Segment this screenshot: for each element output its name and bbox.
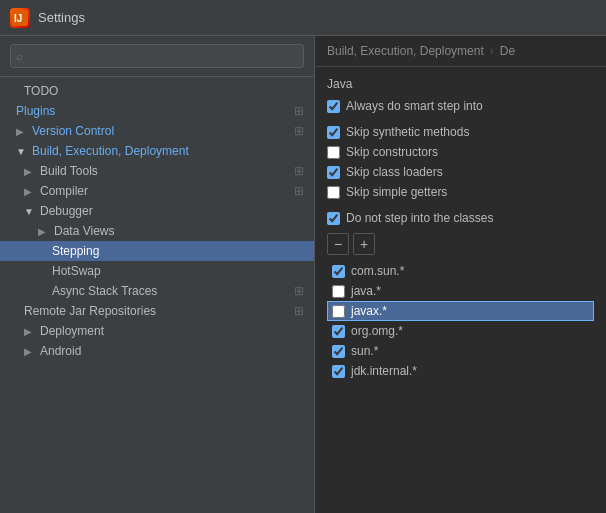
checkbox-skip-simple-getters-label: Skip simple getters — [346, 185, 447, 199]
class-label-java: java.* — [351, 284, 381, 298]
checkbox-skip-constructors-label: Skip constructors — [346, 145, 438, 159]
app-icon: IJ — [10, 8, 30, 28]
checkbox-smart-step-label: Always do smart step into — [346, 99, 483, 113]
add-button[interactable]: + — [353, 233, 375, 255]
sidebar-item-compiler[interactable]: ▶ Compiler ⊞ — [0, 181, 314, 201]
class-row-sun[interactable]: sun.* — [327, 341, 594, 361]
class-label-jdk-internal: jdk.internal.* — [351, 364, 417, 378]
sidebar-item-data-views[interactable]: ▶ Data Views — [0, 221, 314, 241]
checkbox-skip-constructors-input[interactable] — [327, 146, 340, 159]
checkbox-smart-step[interactable]: Always do smart step into — [327, 99, 594, 113]
svg-text:IJ: IJ — [14, 13, 22, 24]
sidebar-item-version-control[interactable]: ▶ Version Control ⊞ — [0, 121, 314, 141]
checkbox-do-not-step-label: Do not step into the classes — [346, 211, 493, 225]
class-checkbox-sun[interactable] — [332, 345, 345, 358]
arrow-icon: ▶ — [16, 126, 28, 137]
nav-list: TODO Plugins ⊞ ▶ Version Control ⊞ ▼ Bui… — [0, 77, 314, 513]
class-row-jdk-internal[interactable]: jdk.internal.* — [327, 361, 594, 381]
settings-icon-bt: ⊞ — [294, 164, 304, 178]
checkbox-skip-simple-getters[interactable]: Skip simple getters — [327, 185, 594, 199]
class-row-org-omg[interactable]: org.omg.* — [327, 321, 594, 341]
sidebar-item-hotswap[interactable]: HotSwap — [0, 261, 314, 281]
sidebar-item-remote-jar[interactable]: Remote Jar Repositories ⊞ — [0, 301, 314, 321]
window-title: Settings — [38, 10, 85, 25]
settings-icon-compiler: ⊞ — [294, 184, 304, 198]
checkbox-skip-simple-getters-input[interactable] — [327, 186, 340, 199]
checkbox-skip-class-loaders-input[interactable] — [327, 166, 340, 179]
content-panel: Build, Execution, Deployment › De Java A… — [315, 36, 606, 513]
settings-icon: ⊞ — [294, 104, 304, 118]
breadcrumb-part1: Build, Execution, Deployment — [327, 44, 484, 58]
checkbox-skip-synthetic-input[interactable] — [327, 126, 340, 139]
debugger-arrow: ▼ — [24, 206, 36, 217]
sidebar-item-plugins[interactable]: Plugins ⊞ — [0, 101, 314, 121]
class-checkbox-com-sun[interactable] — [332, 265, 345, 278]
sidebar-item-build-tools[interactable]: ▶ Build Tools ⊞ — [0, 161, 314, 181]
class-label-com-sun: com.sun.* — [351, 264, 404, 278]
checkbox-skip-class-loaders-label: Skip class loaders — [346, 165, 443, 179]
checkbox-skip-synthetic[interactable]: Skip synthetic methods — [327, 125, 594, 139]
checkbox-do-not-step[interactable]: Do not step into the classes — [327, 211, 594, 225]
class-checkbox-jdk-internal[interactable] — [332, 365, 345, 378]
checkbox-skip-class-loaders[interactable]: Skip class loaders — [327, 165, 594, 179]
sidebar-item-debugger[interactable]: ▼ Debugger — [0, 201, 314, 221]
sidebar-item-todo[interactable]: TODO — [0, 81, 314, 101]
deployment-arrow: ▶ — [24, 326, 36, 337]
class-list: com.sun.* java.* javax.* org.omg.* sun.* — [327, 261, 594, 381]
compiler-arrow: ▶ — [24, 186, 36, 197]
checkbox-do-not-step-input[interactable] — [327, 212, 340, 225]
build-tools-arrow: ▶ — [24, 166, 36, 177]
class-checkbox-java[interactable] — [332, 285, 345, 298]
settings-icon-ast: ⊞ — [294, 284, 304, 298]
breadcrumb-separator: › — [490, 44, 494, 58]
title-bar: IJ Settings — [0, 0, 606, 36]
sidebar-item-async-stack-traces[interactable]: Async Stack Traces ⊞ — [0, 281, 314, 301]
data-views-arrow: ▶ — [38, 226, 50, 237]
table-toolbar: − + — [327, 233, 594, 255]
sidebar-item-android[interactable]: ▶ Android — [0, 341, 314, 361]
checkbox-skip-synthetic-label: Skip synthetic methods — [346, 125, 469, 139]
search-icon: ⌕ — [16, 50, 23, 62]
search-bar: ⌕ — [0, 36, 314, 77]
checkbox-skip-constructors[interactable]: Skip constructors — [327, 145, 594, 159]
class-row-javax[interactable]: javax.* — [327, 301, 594, 321]
class-row-com-sun[interactable]: com.sun.* — [327, 261, 594, 281]
settings-icon-rjr: ⊞ — [294, 304, 304, 318]
breadcrumb: Build, Execution, Deployment › De — [315, 36, 606, 67]
class-row-java[interactable]: java.* — [327, 281, 594, 301]
search-input[interactable] — [10, 44, 304, 68]
class-label-sun: sun.* — [351, 344, 378, 358]
breadcrumb-part2: De — [500, 44, 515, 58]
class-label-javax: javax.* — [351, 304, 387, 318]
sidebar-item-stepping[interactable]: Stepping — [0, 241, 314, 261]
sidebar-item-build-execution[interactable]: ▼ Build, Execution, Deployment — [0, 141, 314, 161]
checkbox-smart-step-input[interactable] — [327, 100, 340, 113]
sidebar: ⌕ TODO Plugins ⊞ ▶ Version Control ⊞ — [0, 36, 315, 513]
settings-icon-vc: ⊞ — [294, 124, 304, 138]
section-title: Java — [327, 77, 594, 91]
android-arrow: ▶ — [24, 346, 36, 357]
class-checkbox-javax[interactable] — [332, 305, 345, 318]
sidebar-item-deployment[interactable]: ▶ Deployment — [0, 321, 314, 341]
class-checkbox-org-omg[interactable] — [332, 325, 345, 338]
main-layout: ⌕ TODO Plugins ⊞ ▶ Version Control ⊞ — [0, 36, 606, 513]
expand-arrow-icon: ▼ — [16, 146, 28, 157]
class-label-org-omg: org.omg.* — [351, 324, 403, 338]
content-body: Java Always do smart step into Skip synt… — [315, 67, 606, 513]
remove-button[interactable]: − — [327, 233, 349, 255]
